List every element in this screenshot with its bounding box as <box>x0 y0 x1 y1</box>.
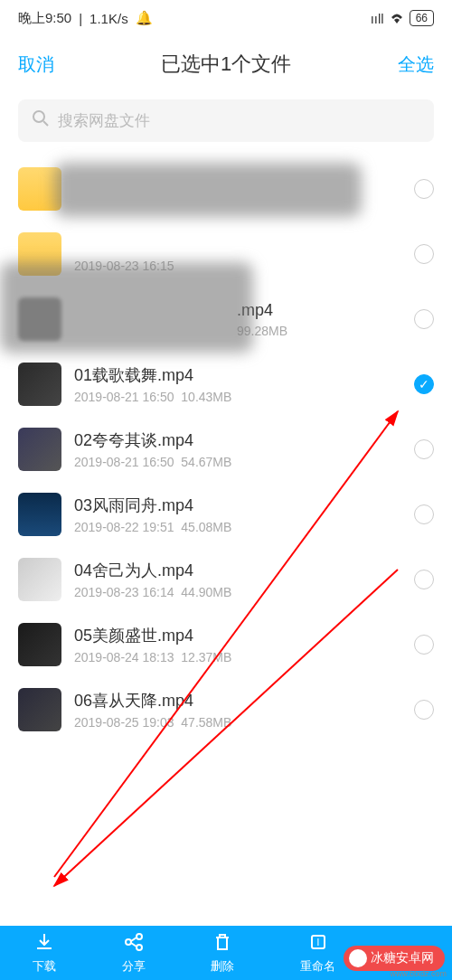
file-name <box>74 236 401 255</box>
video-thumb <box>18 363 61 406</box>
battery-icon: 66 <box>410 10 434 26</box>
status-time: 晚上9:50 <box>18 10 71 27</box>
file-list: 2019-08-23 16:15 .mp4 99.28MB 01载歌载舞.mp4… <box>0 156 452 742</box>
status-speed: 1.1K/s <box>89 11 128 26</box>
list-item[interactable]: 04舍己为人.mp4 2019-08-23 16:14 44.90MB <box>18 547 434 612</box>
search-placeholder: 搜索网盘文件 <box>58 110 150 131</box>
share-icon <box>124 932 144 956</box>
checkbox[interactable] <box>414 570 434 589</box>
header: 取消 已选中1个文件 全选 <box>0 36 452 92</box>
checkbox[interactable] <box>414 700 434 720</box>
redaction-blur <box>0 262 253 353</box>
checkbox[interactable] <box>414 439 434 459</box>
trash-icon <box>212 932 232 956</box>
video-thumb <box>18 493 61 536</box>
file-meta: 2019-08-25 19:03 47.58MB <box>74 715 401 730</box>
file-name: 01载歌载舞.mp4 <box>74 364 401 386</box>
list-item[interactable]: 06喜从天降.mp4 2019-08-25 19:03 47.58MB <box>18 677 434 742</box>
svg-text:I: I <box>316 938 319 947</box>
delete-button[interactable]: 删除 <box>211 932 234 975</box>
wifi-icon <box>390 11 404 26</box>
page-title: 已选中1个文件 <box>161 51 291 78</box>
svg-point-4 <box>126 939 131 945</box>
rename-icon: I <box>308 932 328 956</box>
checkbox[interactable] <box>414 504 434 524</box>
watermark-logo-icon <box>349 949 367 967</box>
file-name: 05美颜盛世.mp4 <box>74 625 401 646</box>
file-name: 03风雨同舟.mp4 <box>74 495 401 516</box>
list-item[interactable]: 02夸夸其谈.mp4 2019-08-21 16:50 54.67MB <box>18 417 434 482</box>
list-item[interactable]: 03风雨同舟.mp4 2019-08-22 19:51 45.08MB <box>18 482 434 547</box>
file-meta: 2019-08-22 19:51 45.08MB <box>74 520 401 534</box>
svg-line-1 <box>43 121 48 126</box>
svg-line-8 <box>131 943 137 947</box>
checkbox[interactable]: ✓ <box>414 374 434 394</box>
bell-icon: 🔔 <box>136 10 153 26</box>
file-name: 02夸夸其谈.mp4 <box>74 429 401 451</box>
checkbox[interactable] <box>414 635 434 655</box>
file-name: 06喜从天降.mp4 <box>74 690 401 711</box>
file-meta: 2019-08-21 16:50 10.43MB <box>74 390 401 404</box>
video-thumb <box>18 558 61 601</box>
video-thumb <box>18 688 61 731</box>
file-meta: 2019-08-24 18:13 12.37MB <box>74 650 401 664</box>
checkbox[interactable] <box>414 179 434 199</box>
rename-button[interactable]: I 重命名 <box>300 932 335 975</box>
watermark: 冰糖安卓网 www.btxdz.com <box>344 946 445 971</box>
download-icon <box>34 932 54 956</box>
cancel-button[interactable]: 取消 <box>18 52 54 77</box>
file-meta: 2019-08-23 16:14 44.90MB <box>74 585 401 599</box>
file-name: 04舍己为人.mp4 <box>74 560 401 581</box>
redaction-blur <box>54 163 362 217</box>
checkbox[interactable] <box>414 244 434 264</box>
list-item[interactable]: 05美颜盛世.mp4 2019-08-24 18:13 12.37MB <box>18 612 434 677</box>
select-all-button[interactable]: 全选 <box>398 52 434 77</box>
search-input[interactable]: 搜索网盘文件 <box>18 99 434 142</box>
status-bar: 晚上9:50 | 1.1K/s 🔔 ııll 66 <box>0 0 452 36</box>
video-thumb <box>18 623 61 666</box>
file-meta: 2019-08-21 16:50 54.67MB <box>74 455 401 469</box>
signal-icon: ııll <box>371 11 384 26</box>
share-button[interactable]: 分享 <box>122 932 146 975</box>
list-item[interactable]: 01载歌载舞.mp4 2019-08-21 16:50 10.43MB ✓ <box>18 352 434 417</box>
svg-point-5 <box>137 934 142 939</box>
video-thumb <box>18 428 61 471</box>
search-icon <box>33 110 49 131</box>
svg-line-7 <box>131 938 137 941</box>
download-button[interactable]: 下载 <box>33 932 56 975</box>
svg-point-6 <box>137 945 142 950</box>
checkbox[interactable] <box>414 309 434 329</box>
svg-point-0 <box>33 111 44 122</box>
